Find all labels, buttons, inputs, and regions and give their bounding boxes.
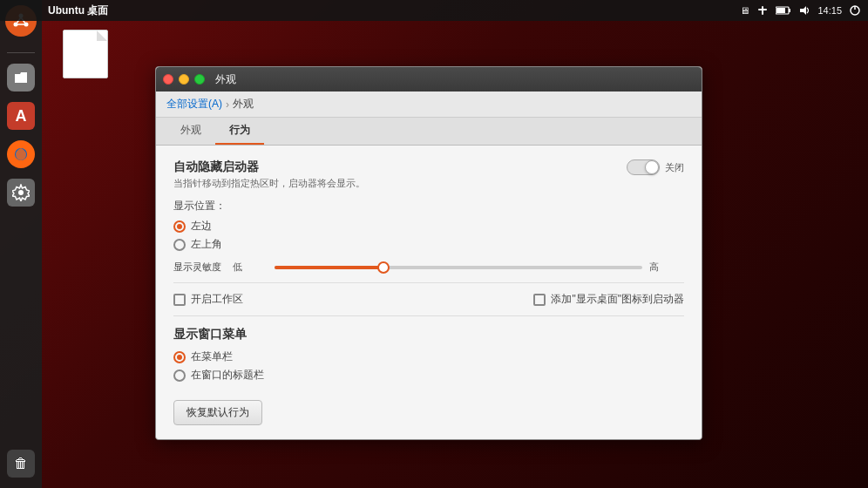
file-icon-image: [63, 30, 108, 78]
radio-left-circle: [173, 220, 186, 233]
power-icon: [849, 4, 861, 17]
position-section: 显示位置： 左边 左上角: [173, 199, 684, 252]
slider-fill: [275, 266, 385, 269]
sensitivity-row: 显示灵敏度 低 高: [173, 261, 684, 274]
settings-window: 外观 全部设置(A) › 外观 外观 行为 自动隐藏启动器 当指针移动到指定热区…: [155, 66, 702, 440]
settings-icon: [7, 179, 35, 207]
window-breadcrumb: 全部设置(A) › 外观: [156, 92, 702, 118]
toggle-label: 关闭: [665, 161, 684, 174]
keyboard-indicator: 🖥: [740, 5, 749, 16]
auto-hide-subtitle: 当指针移动到指定热区时，启动器将会显示。: [173, 177, 365, 190]
gear-icon: [12, 184, 30, 201]
menu-section-title: 显示窗口菜单: [173, 327, 684, 342]
separator-1: [173, 282, 684, 283]
desktop: Ubuntu 桌面 🖥: [0, 0, 868, 488]
network-icon: [756, 4, 769, 17]
tab-behavior[interactable]: 行为: [215, 118, 264, 145]
taskbar-settings-button[interactable]: [3, 175, 38, 210]
font-icon: A: [7, 102, 35, 130]
power-indicator[interactable]: [849, 4, 861, 17]
restore-defaults-button[interactable]: 恢复默认行为: [173, 400, 262, 425]
toggle-track: [627, 159, 660, 175]
auto-hide-section-header: 自动隐藏启动器 当指针移动到指定热区时，启动器将会显示。 关闭: [173, 159, 684, 190]
separator-2: [173, 315, 684, 316]
checkbox-row: 开启工作区 添加"显示桌面"图标到启动器: [173, 292, 684, 307]
files-icon: [7, 64, 35, 92]
svg-marker-5: [800, 6, 806, 15]
firefox-icon: [7, 140, 35, 168]
svg-point-10: [14, 23, 18, 27]
radio-in-title-bar[interactable]: 在窗口的标题栏: [173, 368, 684, 383]
desktop-icon-checkbox[interactable]: 添加"显示桌面"图标到启动器: [533, 292, 684, 307]
breadcrumb-current: 外观: [233, 97, 254, 112]
taskbar-firefox-button[interactable]: [3, 137, 38, 172]
workspace-checkbox-box: [173, 294, 186, 306]
desktop-icon-checkbox-label: 添加"显示桌面"图标到启动器: [551, 292, 684, 307]
top-bar: Ubuntu 桌面 🖥: [0, 0, 868, 21]
window-titlebar: 外观: [156, 67, 702, 92]
radio-title-bar-label: 在窗口的标题栏: [191, 368, 264, 383]
radio-top-left-label: 左上角: [191, 237, 222, 252]
window-maximize-button[interactable]: [194, 74, 205, 85]
radio-left[interactable]: 左边: [173, 219, 684, 234]
firefox-svg: [12, 146, 30, 163]
window-minimize-button[interactable]: [179, 74, 189, 85]
auto-hide-title: 自动隐藏启动器: [173, 159, 365, 175]
sensitivity-label: 显示灵敏度: [173, 261, 226, 274]
clock: 14:15: [817, 5, 842, 16]
battery-indicator: [776, 5, 791, 16]
svg-rect-3: [789, 9, 790, 12]
radio-top-left[interactable]: 左上角: [173, 237, 684, 252]
radio-left-label: 左边: [191, 219, 212, 234]
svg-rect-1: [758, 9, 767, 10]
window-title: 外观: [215, 72, 236, 87]
tabs-bar: 外观 行为: [156, 118, 702, 146]
taskbar-divider-1: [7, 52, 35, 53]
radio-in-menu-bar[interactable]: 在菜单栏: [173, 349, 684, 364]
radio-top-left-circle: [173, 239, 186, 251]
top-bar-right: 🖥 14: [740, 4, 868, 17]
auto-hide-toggle[interactable]: 关闭: [627, 159, 684, 175]
low-label: 低: [233, 261, 268, 274]
breadcrumb-home[interactable]: 全部设置(A): [166, 97, 222, 112]
svg-point-16: [18, 190, 24, 195]
breadcrumb-separator: ›: [226, 98, 229, 111]
desktop-label: Ubuntu 桌面: [0, 3, 108, 18]
svg-point-11: [24, 23, 29, 27]
volume-icon: [798, 4, 810, 17]
auto-hide-text-group: 自动隐藏启动器 当指针移动到指定热区时，启动器将会显示。: [173, 159, 365, 190]
tab-appearance[interactable]: 外观: [166, 118, 215, 145]
taskbar-files-button[interactable]: [3, 60, 38, 95]
radio-title-bar-circle: [173, 369, 186, 382]
taskbar-trash-button[interactable]: 🗑: [3, 446, 38, 481]
taskbar-font-button[interactable]: A: [3, 98, 38, 133]
radio-menu-bar-circle: [173, 351, 186, 363]
workspace-checkbox-label: 开启工作区: [191, 292, 243, 307]
sensitivity-slider[interactable]: [275, 266, 642, 269]
window-content: 自动隐藏启动器 当指针移动到指定热区时，启动器将会显示。 关闭 显示位置： 左边: [156, 146, 702, 439]
battery-icon: [776, 5, 791, 16]
window-close-button[interactable]: [163, 74, 173, 85]
taskbar: A 🗑: [0, 0, 42, 488]
workspace-checkbox[interactable]: 开启工作区: [173, 292, 243, 307]
toggle-knob: [645, 160, 659, 174]
svg-rect-4: [776, 8, 785, 13]
trash-icon: 🗑: [7, 450, 35, 478]
desktop-icon-checkbox-box: [533, 294, 546, 306]
slider-thumb[interactable]: [377, 261, 390, 274]
menu-section: 显示窗口菜单 在菜单栏 在窗口的标题栏: [173, 327, 684, 383]
desktop-file-icon[interactable]: [51, 30, 120, 82]
network-indicator: [756, 4, 769, 17]
radio-menu-bar-label: 在菜单栏: [191, 349, 233, 364]
position-label: 显示位置：: [173, 199, 684, 214]
folder-icon: [13, 70, 29, 85]
high-label: 高: [649, 261, 684, 274]
volume-indicator: [798, 4, 810, 17]
